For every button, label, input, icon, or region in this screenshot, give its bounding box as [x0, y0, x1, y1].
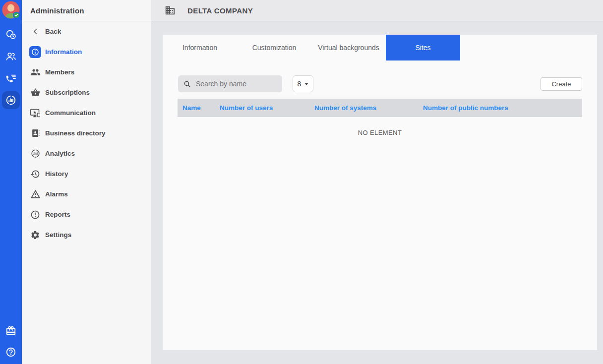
sidebar-item-label: Alarms — [45, 190, 68, 198]
tab-virtual-backgrounds[interactable]: Virtual backgrounds — [311, 35, 386, 61]
sidebar-item-reports[interactable]: Reports — [22, 204, 151, 225]
devices-icon — [29, 107, 41, 119]
company-name: DELTA COMPANY — [187, 6, 253, 15]
sidebar-item-business-directory[interactable]: Business directory — [22, 123, 151, 143]
main-area: DELTA COMPANY Information Customization … — [151, 0, 603, 364]
basket-icon — [29, 87, 41, 99]
tab-bar: Information Customization Virtual backgr… — [163, 35, 597, 61]
create-button[interactable]: Create — [541, 77, 582, 91]
toolbar: 8 Create — [163, 75, 597, 92]
contact-book-icon — [29, 127, 41, 139]
content-panel: Information Customization Virtual backgr… — [163, 35, 597, 350]
app-root: Administration Back Information Members … — [0, 0, 603, 364]
gear-icon — [29, 229, 41, 241]
call-history-icon[interactable] — [2, 69, 20, 87]
back-label: Back — [45, 28, 61, 35]
info-icon — [29, 46, 41, 58]
warning-icon — [29, 188, 41, 200]
tab-sites[interactable]: Sites — [386, 35, 460, 61]
rail-bottom — [2, 322, 20, 361]
sidebar-item-label: Analytics — [45, 150, 75, 157]
tab-customization[interactable]: Customization — [237, 35, 311, 61]
sidebar-item-history[interactable]: History — [22, 164, 151, 184]
building-icon — [165, 5, 176, 16]
sidebar-item-label: History — [45, 170, 68, 178]
chevron-left-icon — [29, 26, 41, 38]
analytics-rail-icon[interactable] — [2, 91, 20, 109]
content-background: Information Customization Virtual backgr… — [151, 21, 603, 364]
search-icon — [183, 80, 191, 88]
search-input[interactable] — [196, 80, 277, 88]
sidebar-item-communication[interactable]: Communication — [22, 103, 151, 123]
meetings-icon[interactable] — [2, 26, 20, 44]
sidebar: Administration Back Information Members … — [22, 0, 151, 364]
page-size-value: 8 — [298, 80, 302, 88]
sidebar-item-subscriptions[interactable]: Subscriptions — [22, 82, 151, 103]
sidebar-item-label: Subscriptions — [45, 89, 90, 96]
history-icon — [29, 168, 41, 180]
search-box — [178, 75, 282, 92]
rail-nav — [2, 26, 20, 109]
sidebar-item-label: Members — [45, 68, 74, 76]
sidebar-title: Administration — [22, 0, 151, 21]
help-icon[interactable] — [2, 343, 20, 361]
column-header-number-of-users[interactable]: Number of users — [220, 104, 314, 112]
column-header-number-of-public-numbers[interactable]: Number of public numbers — [423, 104, 582, 112]
icon-rail — [0, 0, 22, 364]
sidebar-item-label: Communication — [45, 109, 96, 117]
user-avatar[interactable] — [1, 0, 20, 19]
sidebar-item-label: Information — [45, 48, 82, 56]
sidebar-item-settings[interactable]: Settings — [22, 225, 151, 245]
empty-state-text: NO ELEMENT — [163, 129, 597, 136]
tab-information[interactable]: Information — [163, 35, 237, 61]
back-button[interactable]: Back — [22, 21, 151, 42]
gift-icon[interactable] — [2, 322, 20, 340]
sidebar-item-members[interactable]: Members — [22, 62, 151, 82]
sidebar-item-information[interactable]: Information — [22, 42, 151, 62]
sidebar-item-alarms[interactable]: Alarms — [22, 184, 151, 204]
contacts-icon[interactable] — [2, 48, 20, 65]
sidebar-item-analytics[interactable]: Analytics — [22, 143, 151, 164]
topbar: DELTA COMPANY — [151, 0, 603, 21]
avatar-image — [1, 0, 20, 19]
page-size-select[interactable]: 8 — [293, 75, 313, 92]
column-header-name[interactable]: Name — [178, 104, 220, 112]
analytics-icon — [29, 148, 41, 160]
column-header-number-of-systems[interactable]: Number of systems — [314, 104, 423, 112]
table-header-row: Name Number of users Number of systems N… — [178, 99, 582, 117]
sidebar-item-label: Reports — [45, 211, 70, 218]
sidebar-item-label: Business directory — [45, 129, 106, 137]
chevron-down-icon — [304, 83, 308, 85]
report-icon — [29, 209, 41, 221]
members-icon — [29, 66, 41, 78]
sidebar-item-label: Settings — [45, 231, 71, 239]
